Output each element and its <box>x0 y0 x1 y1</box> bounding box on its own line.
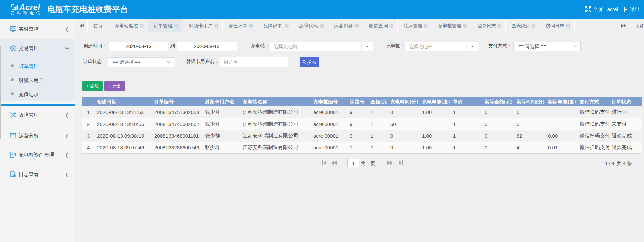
svg-text:¥: ¥ <box>12 47 14 50</box>
